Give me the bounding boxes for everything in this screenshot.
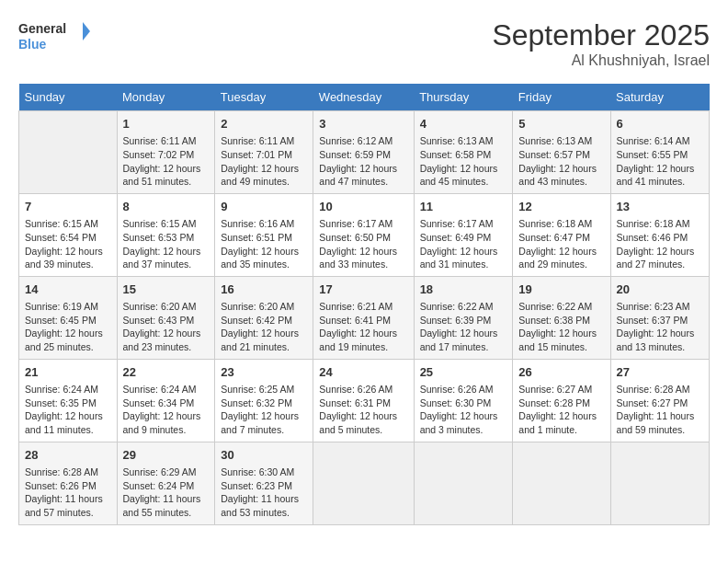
day-info: Sunrise: 6:17 AM Sunset: 6:49 PM Dayligh…	[420, 217, 507, 271]
day-number: 11	[420, 199, 507, 215]
day-info: Sunrise: 6:26 AM Sunset: 6:30 PM Dayligh…	[420, 383, 507, 437]
calendar-cell: 29Sunrise: 6:29 AM Sunset: 6:24 PM Dayli…	[117, 442, 215, 524]
calendar-cell: 15Sunrise: 6:20 AM Sunset: 6:43 PM Dayli…	[117, 276, 215, 359]
calendar-week-row: 21Sunrise: 6:24 AM Sunset: 6:35 PM Dayli…	[19, 359, 710, 442]
day-number: 16	[221, 282, 307, 298]
day-info: Sunrise: 6:13 AM Sunset: 6:58 PM Dayligh…	[420, 134, 507, 189]
day-info: Sunrise: 6:24 AM Sunset: 6:34 PM Dayligh…	[123, 383, 210, 437]
calendar-cell: 7Sunrise: 6:15 AM Sunset: 6:54 PM Daylig…	[19, 193, 118, 276]
day-number: 20	[617, 282, 703, 298]
day-number: 6	[617, 116, 703, 132]
day-header-sunday: Sunday	[19, 84, 118, 111]
location-title: Al Khushniyah, Israel	[492, 52, 710, 69]
calendar-cell: 2Sunrise: 6:11 AM Sunset: 7:01 PM Daylig…	[215, 111, 313, 194]
day-info: Sunrise: 6:20 AM Sunset: 6:43 PM Dayligh…	[123, 300, 210, 354]
day-number: 18	[420, 282, 507, 298]
day-number: 17	[319, 282, 407, 298]
day-number: 3	[319, 116, 407, 132]
calendar-week-row: 1Sunrise: 6:11 AM Sunset: 7:02 PM Daylig…	[19, 111, 710, 194]
calendar-cell: 27Sunrise: 6:28 AM Sunset: 6:27 PM Dayli…	[610, 359, 709, 442]
day-number: 2	[221, 116, 307, 132]
day-header-wednesday: Wednesday	[313, 84, 414, 111]
title-block: September 2025 Al Khushniyah, Israel	[492, 18, 710, 69]
day-number: 28	[25, 447, 111, 464]
calendar-week-row: 14Sunrise: 6:19 AM Sunset: 6:45 PM Dayli…	[19, 276, 710, 359]
day-info: Sunrise: 6:14 AM Sunset: 6:55 PM Dayligh…	[617, 134, 703, 189]
day-info: Sunrise: 6:27 AM Sunset: 6:28 PM Dayligh…	[518, 383, 604, 437]
day-header-thursday: Thursday	[414, 84, 513, 111]
calendar-cell: 20Sunrise: 6:23 AM Sunset: 6:37 PM Dayli…	[610, 276, 709, 359]
day-number: 5	[518, 116, 604, 132]
calendar-cell: 26Sunrise: 6:27 AM Sunset: 6:28 PM Dayli…	[513, 359, 610, 442]
day-info: Sunrise: 6:12 AM Sunset: 6:59 PM Dayligh…	[319, 134, 407, 189]
svg-text:General: General	[18, 21, 66, 36]
day-number: 25	[420, 364, 507, 381]
day-info: Sunrise: 6:19 AM Sunset: 6:45 PM Dayligh…	[25, 300, 111, 354]
calendar-cell: 24Sunrise: 6:26 AM Sunset: 6:31 PM Dayli…	[313, 359, 414, 442]
day-number: 15	[123, 282, 210, 298]
day-info: Sunrise: 6:11 AM Sunset: 7:02 PM Dayligh…	[123, 134, 210, 189]
calendar-header-row: SundayMondayTuesdayWednesdayThursdayFrid…	[19, 84, 710, 111]
calendar-cell: 17Sunrise: 6:21 AM Sunset: 6:41 PM Dayli…	[313, 276, 414, 359]
day-info: Sunrise: 6:26 AM Sunset: 6:31 PM Dayligh…	[319, 383, 407, 437]
day-number: 14	[25, 282, 111, 298]
svg-text:Blue: Blue	[18, 37, 47, 52]
day-number: 7	[25, 199, 111, 215]
calendar-cell: 11Sunrise: 6:17 AM Sunset: 6:49 PM Dayli…	[414, 193, 513, 276]
calendar-cell: 4Sunrise: 6:13 AM Sunset: 6:58 PM Daylig…	[414, 111, 513, 194]
calendar-cell: 8Sunrise: 6:15 AM Sunset: 6:53 PM Daylig…	[117, 193, 215, 276]
day-number: 23	[221, 364, 307, 381]
calendar-cell: 1Sunrise: 6:11 AM Sunset: 7:02 PM Daylig…	[117, 111, 215, 194]
day-info: Sunrise: 6:21 AM Sunset: 6:41 PM Dayligh…	[319, 300, 407, 354]
calendar-cell: 5Sunrise: 6:13 AM Sunset: 6:57 PM Daylig…	[513, 111, 610, 194]
day-number: 24	[319, 364, 407, 381]
day-header-friday: Friday	[513, 84, 610, 111]
day-info: Sunrise: 6:23 AM Sunset: 6:37 PM Dayligh…	[617, 300, 703, 354]
day-number: 21	[25, 364, 111, 381]
day-info: Sunrise: 6:24 AM Sunset: 6:35 PM Dayligh…	[25, 383, 111, 437]
day-info: Sunrise: 6:25 AM Sunset: 6:32 PM Dayligh…	[221, 383, 307, 437]
calendar-cell: 16Sunrise: 6:20 AM Sunset: 6:42 PM Dayli…	[215, 276, 313, 359]
day-info: Sunrise: 6:28 AM Sunset: 6:27 PM Dayligh…	[617, 383, 703, 437]
calendar-cell	[313, 442, 414, 524]
day-info: Sunrise: 6:18 AM Sunset: 6:46 PM Dayligh…	[617, 217, 703, 271]
day-info: Sunrise: 6:17 AM Sunset: 6:50 PM Dayligh…	[319, 217, 407, 271]
day-info: Sunrise: 6:22 AM Sunset: 6:38 PM Dayligh…	[518, 300, 604, 354]
calendar-cell: 18Sunrise: 6:22 AM Sunset: 6:39 PM Dayli…	[414, 276, 513, 359]
calendar-week-row: 28Sunrise: 6:28 AM Sunset: 6:26 PM Dayli…	[19, 442, 710, 524]
calendar-cell: 21Sunrise: 6:24 AM Sunset: 6:35 PM Dayli…	[19, 359, 118, 442]
calendar-cell: 3Sunrise: 6:12 AM Sunset: 6:59 PM Daylig…	[313, 111, 414, 194]
calendar-cell: 13Sunrise: 6:18 AM Sunset: 6:46 PM Dayli…	[610, 193, 709, 276]
day-number: 9	[221, 199, 307, 215]
calendar-cell: 23Sunrise: 6:25 AM Sunset: 6:32 PM Dayli…	[215, 359, 313, 442]
calendar-cell	[513, 442, 610, 524]
day-number: 26	[518, 364, 604, 381]
day-number: 8	[123, 199, 210, 215]
day-info: Sunrise: 6:16 AM Sunset: 6:51 PM Dayligh…	[221, 217, 307, 271]
day-info: Sunrise: 6:22 AM Sunset: 6:39 PM Dayligh…	[420, 300, 507, 354]
day-number: 19	[518, 282, 604, 298]
calendar-cell	[19, 111, 118, 194]
logo-svg: General Blue	[18, 18, 92, 55]
day-info: Sunrise: 6:15 AM Sunset: 6:54 PM Dayligh…	[25, 217, 111, 271]
calendar-cell	[414, 442, 513, 524]
calendar-cell	[610, 442, 709, 524]
page-header: General Blue September 2025 Al Khushniya…	[18, 18, 710, 69]
day-info: Sunrise: 6:11 AM Sunset: 7:01 PM Dayligh…	[221, 134, 307, 189]
day-number: 13	[617, 199, 703, 215]
day-number: 4	[420, 116, 507, 132]
day-info: Sunrise: 6:29 AM Sunset: 6:24 PM Dayligh…	[123, 465, 210, 520]
calendar-cell: 28Sunrise: 6:28 AM Sunset: 6:26 PM Dayli…	[19, 442, 118, 524]
day-number: 30	[221, 447, 307, 464]
day-info: Sunrise: 6:13 AM Sunset: 6:57 PM Dayligh…	[518, 134, 604, 189]
calendar-cell: 25Sunrise: 6:26 AM Sunset: 6:30 PM Dayli…	[414, 359, 513, 442]
calendar-cell: 30Sunrise: 6:30 AM Sunset: 6:23 PM Dayli…	[215, 442, 313, 524]
day-number: 10	[319, 199, 407, 215]
day-info: Sunrise: 6:15 AM Sunset: 6:53 PM Dayligh…	[123, 217, 210, 271]
calendar-cell: 12Sunrise: 6:18 AM Sunset: 6:47 PM Dayli…	[513, 193, 610, 276]
day-info: Sunrise: 6:18 AM Sunset: 6:47 PM Dayligh…	[518, 217, 604, 271]
day-number: 12	[518, 199, 604, 215]
logo: General Blue	[18, 18, 92, 55]
day-number: 27	[617, 364, 703, 381]
day-info: Sunrise: 6:20 AM Sunset: 6:42 PM Dayligh…	[221, 300, 307, 354]
